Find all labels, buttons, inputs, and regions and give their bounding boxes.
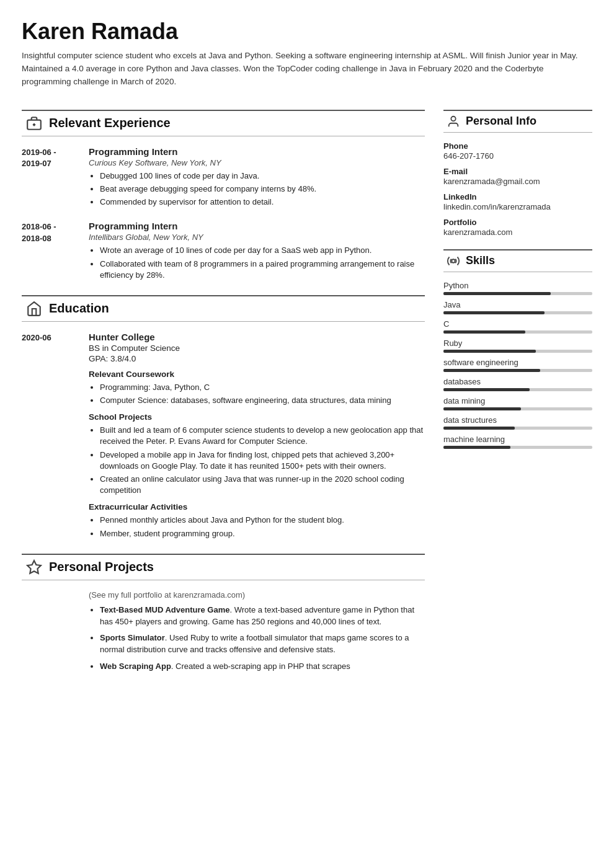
education-entry-1: 2020-06 Hunter College BS in Computer Sc… (22, 332, 425, 541)
skill-item: databases (443, 377, 592, 391)
skill-item: machine learning (443, 435, 592, 449)
skill-bar-background (443, 311, 592, 314)
project-item-2: Sports Simulator. Used Ruby to write a f… (100, 632, 425, 656)
portfolio-label: Portfolio (443, 218, 592, 227)
skill-bar-background (443, 369, 592, 372)
school-projects-list: Built and led a team of 6 computer scien… (89, 425, 425, 496)
skill-name: Python (443, 281, 592, 290)
skill-bar-background (443, 388, 592, 391)
svg-point-5 (452, 259, 455, 263)
project-desc-3: . Created a web-scraping app in PHP that… (171, 662, 350, 671)
personal-info-title: Personal Info (466, 115, 536, 128)
company-1: Curious Key Software, New York, NY (89, 158, 425, 167)
bullets-2: Wrote an average of 10 lines of code per… (89, 245, 425, 281)
skill-name: data mining (443, 396, 592, 405)
job-title-1: Programming Intern (89, 146, 425, 157)
school-project-item: Developed a mobile app in Java for findi… (100, 450, 425, 472)
school-name: Hunter College (89, 332, 425, 342)
info-linkedin: LinkedIn linkedin.com/in/karenzramada (443, 192, 592, 211)
extracurricular-item: Member, student programming group. (100, 528, 425, 539)
project-item-3: Web Scraping App. Created a web-scraping… (100, 661, 425, 673)
skill-item: data structures (443, 415, 592, 430)
entry-content-1: Programming Intern Curious Key Software,… (89, 146, 425, 210)
skill-item: Java (443, 300, 592, 314)
personal-info-section: Personal Info Phone 646-207-1760 E-mail … (443, 110, 592, 237)
bullet-item: Collaborated with team of 8 programmers … (100, 259, 425, 281)
skill-name: software engineering (443, 358, 592, 367)
education-icon (25, 300, 43, 317)
name-section: Karen Ramada Insightful computer science… (22, 19, 592, 101)
skill-bar-fill (443, 407, 521, 410)
phone-label: Phone (443, 141, 592, 151)
skill-bar-fill (443, 388, 530, 391)
skill-name: data structures (443, 415, 592, 425)
school-projects-title: School Projects (89, 412, 425, 422)
school-project-item: Created an online calculator using Java … (100, 474, 425, 496)
projects-title: Personal Projects (49, 560, 154, 574)
projects-list: Text-Based MUD Adventure Game. Wrote a t… (89, 604, 425, 673)
project-item-1: Text-Based MUD Adventure Game. Wrote a t… (100, 604, 425, 628)
resume-page: Karen Ramada Insightful computer science… (0, 0, 614, 696)
skill-bar-background (443, 292, 592, 295)
skill-bar-fill (443, 427, 515, 430)
skill-bar-fill (443, 446, 510, 449)
projects-header: Personal Projects (22, 554, 425, 580)
skill-bar-fill (443, 292, 551, 295)
svg-point-4 (451, 117, 455, 121)
education-title: Education (49, 301, 109, 316)
company-2: Intellibars Global, New York, NY (89, 232, 425, 242)
entry-date-1: 2019-06 -2019-07 (22, 146, 78, 210)
personal-info-header: Personal Info (443, 110, 592, 133)
skill-item: software engineering (443, 358, 592, 372)
projects-note: (See my full portfolio at karenzramada.c… (89, 590, 425, 600)
bullets-1: Debugged 100 lines of code per day in Ja… (89, 170, 425, 208)
linkedin-value: linkedin.com/in/karenzramada (443, 202, 592, 211)
personal-projects-section: Personal Projects (See my full portfolio… (22, 554, 425, 673)
skill-bar-fill (443, 369, 540, 372)
extracurricular-title: Extracurricular Activities (89, 502, 425, 512)
bullet-item: Beat average debugging speed for company… (100, 184, 425, 195)
job-title-2: Programming Intern (89, 221, 425, 231)
main-content: Relevant Experience 2019-06 -2019-07 Pro… (22, 110, 592, 678)
coursework-list: Programming: Java, Python, C Computer Sc… (89, 382, 425, 406)
skill-bar-background (443, 407, 592, 410)
info-phone: Phone 646-207-1760 (443, 141, 592, 161)
bullet-item: Debugged 100 lines of code per day in Ja… (100, 170, 425, 182)
bullet-item: Commended by supervisor for attention to… (100, 197, 425, 208)
project-name-3: Web Scraping App (100, 662, 171, 671)
experience-icon (25, 115, 43, 132)
entry-date-2: 2018-06 -2018-08 (22, 221, 78, 283)
coursework-title: Relevant Coursework (89, 370, 425, 379)
right-column: Personal Info Phone 646-207-1760 E-mail … (443, 110, 592, 454)
bullet-item: Wrote an average of 10 lines of code per… (100, 245, 425, 256)
linkedin-label: LinkedIn (443, 192, 592, 202)
skill-bar-fill (443, 350, 536, 353)
experience-entry-2: 2018-06 -2018-08 Programming Intern Inte… (22, 221, 425, 283)
skill-name: C (443, 319, 592, 329)
info-portfolio: Portfolio karenzramada.com (443, 218, 592, 237)
extracurricular-list: Penned monthly articles about Java and P… (89, 515, 425, 539)
extracurricular-item: Penned monthly articles about Java and P… (100, 515, 425, 526)
edu-content-1: Hunter College BS in Computer Science GP… (89, 332, 425, 541)
skill-bar-background (443, 330, 592, 334)
skill-item: data mining (443, 396, 592, 410)
candidate-name: Karen Ramada (22, 19, 592, 45)
degree: BS in Computer Science (89, 343, 425, 353)
info-email: E-mail karenzramada@gmail.com (443, 167, 592, 186)
school-project-item: Built and led a team of 6 computer scien… (100, 425, 425, 447)
skills-title: Skills (466, 254, 495, 267)
skill-name: machine learning (443, 435, 592, 444)
portfolio-value: karenzramada.com (443, 228, 592, 237)
skill-bar-fill (443, 311, 545, 314)
projects-icon (25, 559, 43, 576)
skills-section: Skills Python Java C Ruby software engin… (443, 249, 592, 449)
summary-text: Insightful computer science student who … (22, 50, 592, 89)
skills-icon (446, 254, 461, 268)
personal-info-icon (446, 114, 461, 129)
skill-name: Java (443, 300, 592, 309)
email-label: E-mail (443, 167, 592, 176)
coursework-item: Computer Science: databases, software en… (100, 395, 425, 406)
skills-header: Skills (443, 249, 592, 272)
phone-value: 646-207-1760 (443, 151, 592, 161)
skill-name: Ruby (443, 339, 592, 348)
